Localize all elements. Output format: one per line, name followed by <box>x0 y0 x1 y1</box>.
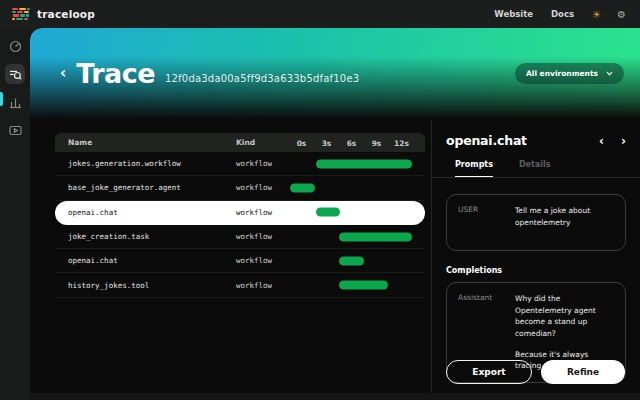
sidebar-item-demos[interactable] <box>5 120 25 140</box>
completions-label: Completions <box>446 266 626 275</box>
settings-gear-icon[interactable]: ⚙ <box>617 9 626 20</box>
table-row[interactable]: history_jokes.tool workflow <box>55 273 425 297</box>
table-row-selected[interactable]: openai.chat workflow <box>55 201 425 225</box>
prompt-card: USER Tell me a joke about opentelemetry <box>446 194 626 251</box>
page-title: Trace <box>76 58 155 89</box>
video-play-icon <box>9 124 22 137</box>
table-header: Name Kind 0s 3s 6s 9s 12s <box>55 133 425 152</box>
timeline-axis: 0s 3s 6s 9s 12s <box>288 133 415 152</box>
tab-prompts[interactable]: Prompts <box>455 160 493 177</box>
sidebar-item-dashboard[interactable] <box>5 36 25 56</box>
next-span-icon[interactable]: › <box>621 135 626 147</box>
timeline-tick: 9s <box>372 138 382 147</box>
timeline-tick: 3s <box>322 138 332 147</box>
span-detail-panel: openai.chat ‹ › Prompts Details USER Tel… <box>431 120 640 400</box>
chevron-down-icon <box>606 71 613 76</box>
table-row[interactable]: openai.chat workflow <box>55 249 425 273</box>
detail-tabs: Prompts Details <box>432 160 640 178</box>
content-panel: ‹ Trace 12f0da3da00a5ff9d3a633b5dfaf10e3… <box>30 28 640 400</box>
top-bar: traceloop Website Docs ☀ ⚙ <box>0 0 640 28</box>
traceloop-logo-icon <box>12 8 30 21</box>
sidebar-item-analytics[interactable] <box>5 92 25 112</box>
gauge-icon <box>9 40 22 53</box>
website-link[interactable]: Website <box>494 9 533 19</box>
table-row[interactable]: joke_creation.task workflow <box>55 225 425 249</box>
trace-id: 12f0da3da00a5ff9d3a633b5dfaf10e3 <box>165 73 359 84</box>
timeline-tick: 12s <box>394 138 409 147</box>
prompt-role: USER <box>458 205 515 240</box>
table-row[interactable]: base_joke_generator.agent workflow <box>55 176 425 200</box>
prompt-text: Tell me a joke about opentelemetry <box>515 205 614 240</box>
span-bar <box>316 159 413 168</box>
gradient-header: ‹ Trace 12f0da3da00a5ff9d3a633b5dfaf10e3… <box>30 28 640 122</box>
brand-name: traceloop <box>37 8 95 20</box>
export-button[interactable]: Export <box>446 360 532 384</box>
sidebar-item-traces[interactable] <box>5 64 25 84</box>
span-bar <box>339 256 364 265</box>
span-bar <box>316 208 340 217</box>
table-row[interactable]: jokes.generation.workflow workflow <box>55 152 425 176</box>
back-chevron-icon[interactable]: ‹ <box>60 66 66 81</box>
bottom-strip <box>30 393 640 400</box>
theme-sun-icon[interactable]: ☀ <box>592 9 601 20</box>
environment-selector[interactable]: All environments <box>515 63 624 84</box>
tab-details[interactable]: Details <box>519 160 551 177</box>
refine-button[interactable]: Refine <box>541 360 625 384</box>
span-table: Name Kind 0s 3s 6s 9s 12s jokes.generati… <box>55 133 425 298</box>
prev-span-icon[interactable]: ‹ <box>599 135 604 147</box>
timeline-tick: 6s <box>347 138 357 147</box>
docs-link[interactable]: Docs <box>551 9 574 19</box>
sidebar-active-indicator <box>0 92 3 106</box>
column-header-name: Name <box>55 138 236 147</box>
timeline-tick: 0s <box>297 138 307 147</box>
sidebar <box>0 28 30 400</box>
span-bar <box>339 281 388 290</box>
span-bar <box>290 183 315 192</box>
span-bar <box>339 232 413 241</box>
bar-chart-icon <box>9 96 22 109</box>
trace-search-icon <box>9 68 22 81</box>
span-title: openai.chat <box>446 133 527 148</box>
column-header-kind: Kind <box>236 138 288 147</box>
